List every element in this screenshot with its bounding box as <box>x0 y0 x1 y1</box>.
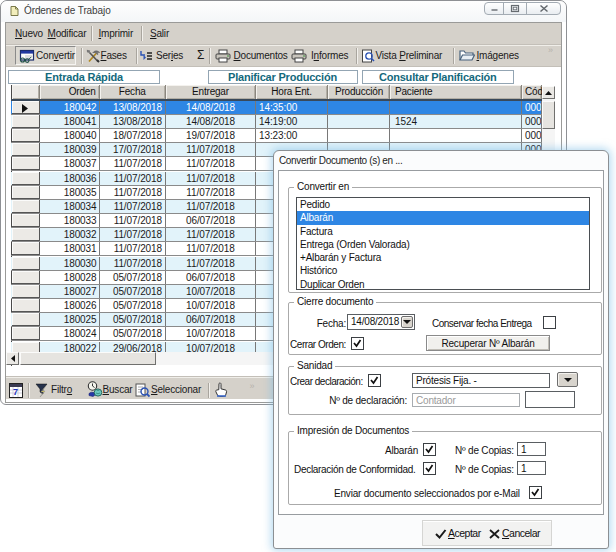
svg-text:7: 7 <box>13 387 18 397</box>
